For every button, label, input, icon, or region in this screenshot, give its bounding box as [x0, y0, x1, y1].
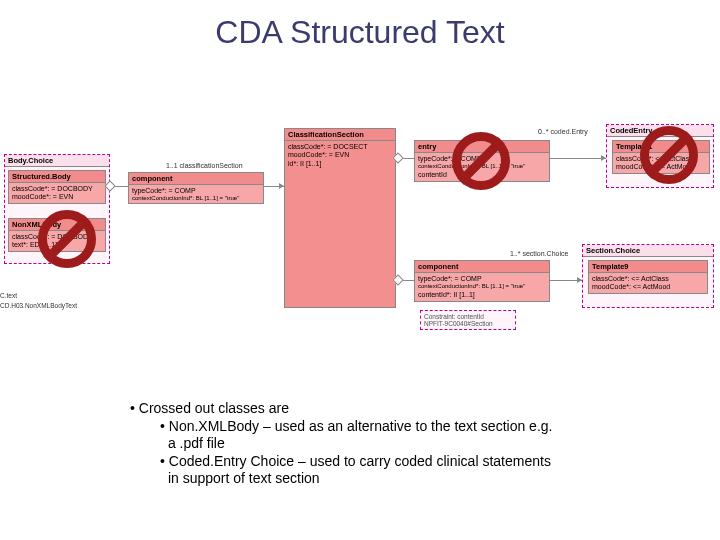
prohibit-icon-3 — [640, 126, 698, 184]
note-1: • Crossed out classes are — [130, 400, 670, 418]
note-3b-text: in support of text section — [168, 470, 320, 486]
label-ctext: C.text — [0, 292, 17, 299]
label-codedentry: 0..* coded.Entry — [538, 128, 588, 135]
template9-header: Template9 — [589, 261, 707, 273]
note-1-text: Crossed out classes are — [139, 400, 289, 416]
note-3b: in support of text section — [130, 470, 670, 488]
component1-l2: contextConductionInd*: BL [1..1] = "true… — [132, 195, 260, 202]
component2-l2: contextConductionInd*: BL [1..1] = "true… — [418, 283, 546, 290]
constraint-hdr: Constraint: contentId — [424, 313, 512, 320]
component1-body: typeCode*: = COMP contextConductionInd*:… — [129, 185, 263, 205]
structuredbody-l1: classCode*: = DOCBODY — [12, 185, 102, 193]
classification-box: ClassificationSection classCode*: = DOCS… — [284, 128, 396, 308]
structuredbody-body: classCode*: = DOCBODY moodCode*: = EVN — [9, 183, 105, 204]
label-sectchoice: 1..* section.Choice — [510, 250, 568, 257]
template9-box: Template9 classCode*: <= ActClass moodCo… — [588, 260, 708, 294]
classification-l3: id*: II [1..1] — [288, 160, 392, 168]
note-2b-text: a .pdf file — [168, 435, 225, 451]
arrow-1 — [279, 183, 284, 189]
classification-l2: moodCode*: = EVN — [288, 151, 392, 159]
classification-l1: classCode*: = DOCSECT — [288, 143, 392, 151]
classification-header: ClassificationSection — [285, 129, 395, 141]
prohibit-icon-1 — [38, 210, 96, 268]
template9-body: classCode*: <= ActClass moodCode*: <= Ac… — [589, 273, 707, 294]
note-2a: • Non.XMLBody – used as an alternative t… — [130, 418, 670, 436]
prohibit-icon-2 — [452, 132, 510, 190]
constraint-box: Constraint: contentId NPFIT-9C0040#Secti… — [420, 310, 516, 330]
slide-title: CDA Structured Text — [0, 0, 720, 51]
bodychoice-header: Body.Choice — [5, 155, 109, 167]
component1-box: component typeCode*: = COMP contextCondu… — [128, 172, 264, 204]
structuredbody-header: Structured.Body — [9, 171, 105, 183]
structuredbody-l2: moodCode*: = EVN — [12, 193, 102, 201]
label-classsect: 1..1 classificationSection — [166, 162, 243, 169]
line-4 — [550, 158, 606, 159]
constraint-body: NPFIT-9C0040#Section — [424, 320, 512, 327]
component2-body: typeCode*: = COMP contextConductionInd*:… — [415, 273, 549, 301]
label-cdid: CD.H03.NonXMLBodyText — [0, 302, 77, 309]
arrow-2 — [601, 155, 606, 161]
component2-l3: contentId*: II [1..1] — [418, 291, 546, 299]
note-2b: a .pdf file — [130, 435, 670, 453]
notes-block: • Crossed out classes are • Non.XMLBody … — [130, 400, 670, 488]
classification-body: classCode*: = DOCSECT moodCode*: = EVN i… — [285, 141, 395, 170]
template9-l2: moodCode*: <= ActMood — [592, 283, 704, 291]
component2-header: component — [415, 261, 549, 273]
component2-box: component typeCode*: = COMP contextCondu… — [414, 260, 550, 302]
note-3a-text: Coded.Entry Choice – used to carry coded… — [169, 453, 551, 469]
note-3a: • Coded.Entry Choice – used to carry cod… — [130, 453, 670, 471]
component1-header: component — [129, 173, 263, 185]
component1-l1: typeCode*: = COMP — [132, 187, 260, 195]
template9-l1: classCode*: <= ActClass — [592, 275, 704, 283]
uml-diagram: Body.Choice Structured.Body classCode*: … — [0, 110, 720, 390]
note-2a-text: Non.XMLBody – used as an alternative to … — [169, 418, 553, 434]
sectionchoice-header: Section.Choice — [583, 245, 713, 257]
structuredbody-box: Structured.Body classCode*: = DOCBODY mo… — [8, 170, 106, 204]
component2-l1: typeCode*: = COMP — [418, 275, 546, 283]
arrow-3 — [577, 277, 582, 283]
